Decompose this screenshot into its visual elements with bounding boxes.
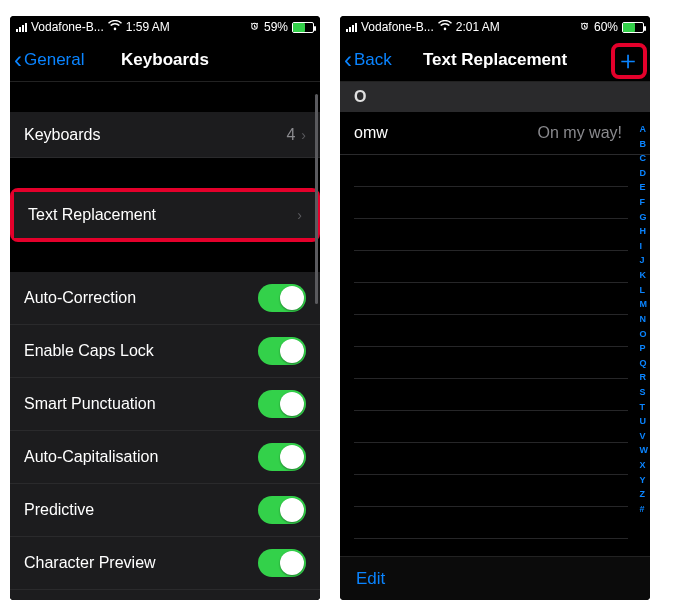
row-label: Auto-Capitalisation — [24, 448, 258, 466]
row-keyboards[interactable]: Keyboards 4 › — [10, 112, 320, 158]
edit-button[interactable]: Edit — [356, 569, 385, 589]
row-enable-caps-lock[interactable]: Enable Caps Lock — [10, 325, 320, 378]
nav-bar: ‹ General Keyboards — [10, 38, 320, 82]
battery-pct: 59% — [264, 20, 288, 34]
row-text-replacement[interactable]: Text Replacement › — [14, 192, 316, 238]
toggle-switch[interactable] — [258, 284, 306, 312]
index-letter[interactable]: P — [640, 343, 649, 353]
nav-bar: ‹ Back Text Replacement ＋ — [340, 38, 650, 82]
text-replacement-row[interactable]: omw On my way! — [340, 112, 650, 155]
row-auto-capitalisation[interactable]: Auto-Capitalisation — [10, 431, 320, 484]
battery-pct: 60% — [594, 20, 618, 34]
index-letter[interactable]: C — [640, 153, 649, 163]
toggle-switch[interactable] — [258, 549, 306, 577]
row-label: Text Replacement — [28, 206, 297, 224]
phrase-text: On my way! — [538, 124, 636, 142]
carrier-label: Vodafone-B... — [31, 20, 104, 34]
toolbar: Edit — [340, 556, 650, 600]
battery-icon — [292, 22, 314, 33]
row-predictive[interactable]: Predictive — [10, 484, 320, 537]
alarm-icon — [249, 21, 260, 34]
index-letter[interactable]: A — [640, 124, 649, 134]
index-letter[interactable]: B — [640, 139, 649, 149]
row-label: Character Preview — [24, 554, 258, 572]
status-bar: Vodafone-B... 1:59 AM 59% — [10, 16, 320, 38]
index-letter[interactable]: V — [640, 431, 649, 441]
index-letter[interactable]: Y — [640, 475, 649, 485]
phone-keyboards-settings: Vodafone-B... 1:59 AM 59% ‹ General Keyb… — [10, 16, 320, 600]
index-letter[interactable]: E — [640, 182, 649, 192]
row-label: Predictive — [24, 501, 258, 519]
index-letter[interactable]: X — [640, 460, 649, 470]
chevron-left-icon: ‹ — [344, 48, 352, 72]
index-letter[interactable]: T — [640, 402, 649, 412]
add-button[interactable]: ＋ — [612, 44, 644, 76]
text-replacement-content: O omw On my way! ABCDEFGHIJKLMNOPQRSTUVW… — [340, 82, 650, 556]
settings-content: Keyboards 4 › Text Replacement › Auto-Co… — [10, 82, 320, 600]
index-letter[interactable]: # — [640, 504, 649, 514]
alarm-icon — [579, 21, 590, 34]
signal-icon — [346, 22, 357, 32]
section-header: O — [340, 82, 650, 112]
row-value: 4 — [286, 126, 295, 144]
back-label: Back — [354, 50, 392, 70]
index-letter[interactable]: O — [640, 329, 649, 339]
row-period-shortcut[interactable]: "." Shortcut — [10, 590, 320, 600]
index-letter[interactable]: F — [640, 197, 649, 207]
wifi-icon — [438, 20, 452, 34]
index-letter[interactable]: W — [640, 445, 649, 455]
index-letter[interactable]: K — [640, 270, 649, 280]
wifi-icon — [108, 20, 122, 34]
index-letter[interactable]: G — [640, 212, 649, 222]
index-letter[interactable]: R — [640, 372, 649, 382]
back-button[interactable]: ‹ General — [10, 48, 84, 72]
toggle-switch[interactable] — [258, 443, 306, 471]
index-bar[interactable]: ABCDEFGHIJKLMNOPQRSTUVWXYZ# — [640, 120, 649, 518]
index-letter[interactable]: I — [640, 241, 649, 251]
index-letter[interactable]: H — [640, 226, 649, 236]
back-button[interactable]: ‹ Back — [340, 48, 392, 72]
row-label: Auto-Correction — [24, 289, 258, 307]
row-label: Enable Caps Lock — [24, 342, 258, 360]
phone-text-replacement: Vodafone-B... 2:01 AM 60% ‹ Back Text Re… — [340, 16, 650, 600]
back-label: General — [24, 50, 84, 70]
status-bar: Vodafone-B... 2:01 AM 60% — [340, 16, 650, 38]
index-letter[interactable]: S — [640, 387, 649, 397]
index-letter[interactable]: Z — [640, 489, 649, 499]
battery-icon — [622, 22, 644, 33]
row-auto-correction[interactable]: Auto-Correction — [10, 272, 320, 325]
chevron-right-icon: › — [297, 207, 302, 223]
toggle-switch[interactable] — [258, 390, 306, 418]
row-smart-punctuation[interactable]: Smart Punctuation — [10, 378, 320, 431]
index-letter[interactable]: N — [640, 314, 649, 324]
index-letter[interactable]: L — [640, 285, 649, 295]
row-character-preview[interactable]: Character Preview — [10, 537, 320, 590]
toggle-switch[interactable] — [258, 496, 306, 524]
chevron-left-icon: ‹ — [14, 48, 22, 72]
signal-icon — [16, 22, 27, 32]
index-letter[interactable]: D — [640, 168, 649, 178]
shortcut-text: omw — [354, 124, 388, 142]
scroll-indicator[interactable] — [315, 94, 318, 304]
time-label: 1:59 AM — [126, 20, 170, 34]
index-letter[interactable]: J — [640, 255, 649, 265]
index-letter[interactable]: M — [640, 299, 649, 309]
index-letter[interactable]: Q — [640, 358, 649, 368]
row-label: Keyboards — [24, 126, 286, 144]
time-label: 2:01 AM — [456, 20, 500, 34]
row-label: Smart Punctuation — [24, 395, 258, 413]
chevron-right-icon: › — [301, 127, 306, 143]
carrier-label: Vodafone-B... — [361, 20, 434, 34]
empty-rows — [340, 155, 650, 539]
toggle-switch[interactable] — [258, 337, 306, 365]
index-letter[interactable]: U — [640, 416, 649, 426]
plus-icon: ＋ — [615, 47, 641, 73]
highlight-text-replacement: Text Replacement › — [10, 188, 320, 242]
